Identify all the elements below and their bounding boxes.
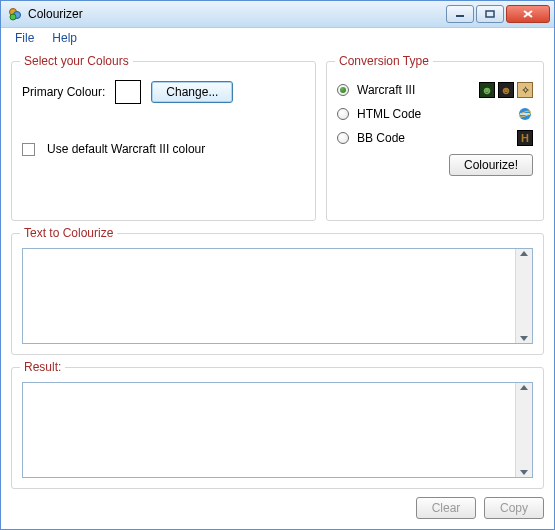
group-legend: Select your Colours (20, 54, 133, 68)
scrollbar[interactable] (515, 249, 532, 343)
menu-help[interactable]: Help (44, 29, 85, 47)
group-conversion-type: Conversion Type Warcraft III ☻ ☻ ✧ HTML … (326, 61, 544, 221)
menubar: File Help (1, 28, 554, 49)
radio-html[interactable] (337, 108, 349, 120)
scrollbar[interactable] (515, 383, 532, 477)
orc-icon: ☻ (479, 82, 495, 98)
menu-file[interactable]: File (7, 29, 42, 47)
radio-warcraft3[interactable] (337, 84, 349, 96)
window-title: Colourizer (28, 7, 446, 21)
window-controls (446, 5, 550, 23)
result-output[interactable] (23, 383, 515, 477)
group-legend: Result: (20, 360, 65, 374)
app-window: Colourizer File Help Select your Colours… (0, 0, 555, 530)
group-select-colours: Select your Colours Primary Colour: Chan… (11, 61, 316, 221)
app-icon (7, 6, 23, 22)
group-legend: Text to Colourize (20, 226, 117, 240)
svg-point-2 (10, 14, 16, 20)
hive-icon: H (517, 130, 533, 146)
radio-bbcode[interactable] (337, 132, 349, 144)
group-result: Result: (11, 367, 544, 489)
default-colour-checkbox[interactable] (22, 143, 35, 156)
scroll-down-icon[interactable] (520, 470, 528, 475)
maximize-button[interactable] (476, 5, 504, 23)
svg-rect-4 (486, 11, 494, 17)
primary-colour-swatch (115, 80, 141, 104)
scroll-up-icon[interactable] (520, 385, 528, 390)
minimize-button[interactable] (446, 5, 474, 23)
colourize-button[interactable]: Colourize! (449, 154, 533, 176)
ie-icon (517, 106, 533, 122)
radio-label: BB Code (357, 131, 509, 145)
clear-button[interactable]: Clear (416, 497, 476, 519)
titlebar: Colourizer (1, 1, 554, 28)
scroll-up-icon[interactable] (520, 251, 528, 256)
radio-label: Warcraft III (357, 83, 471, 97)
change-button[interactable]: Change... (151, 81, 233, 103)
body: Select your Colours Primary Colour: Chan… (1, 49, 554, 529)
text-input[interactable] (23, 249, 515, 343)
creature-icon: ✧ (517, 82, 533, 98)
group-legend: Conversion Type (335, 54, 433, 68)
scroll-down-icon[interactable] (520, 336, 528, 341)
undead-icon: ☻ (498, 82, 514, 98)
primary-colour-label: Primary Colour: (22, 85, 105, 99)
copy-button[interactable]: Copy (484, 497, 544, 519)
close-button[interactable] (506, 5, 550, 23)
default-colour-label: Use default Warcraft III colour (47, 142, 205, 156)
radio-label: HTML Code (357, 107, 509, 121)
group-text-to-colourize: Text to Colourize (11, 233, 544, 355)
